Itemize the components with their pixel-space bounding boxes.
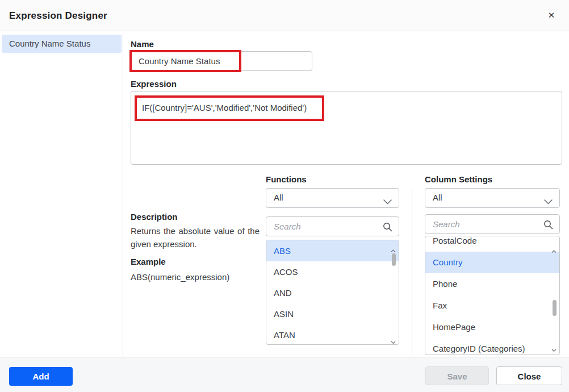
column-list-item[interactable]: Country (425, 252, 559, 273)
column-settings-label: Column Settings (425, 174, 492, 184)
dialog-header: Expression Designer ✕ (0, 0, 569, 31)
search-icon (543, 220, 553, 232)
column-list-item[interactable]: PostalCode (425, 236, 559, 252)
example-heading: Example (131, 257, 166, 266)
columns-filter-dropdown[interactable]: All (425, 188, 560, 208)
description-heading: Description (131, 212, 178, 222)
function-list-item[interactable]: AND (266, 282, 399, 303)
close-icon[interactable]: ✕ (545, 9, 558, 22)
functions-search-input[interactable] (274, 217, 366, 236)
columns-search-input[interactable] (433, 215, 526, 233)
columns-divider (412, 189, 412, 357)
expression-label: Expression (131, 79, 177, 89)
sidebar-divider (123, 32, 123, 357)
scroll-up-icon[interactable] (551, 245, 557, 250)
search-icon (383, 222, 392, 234)
functions-filter-value: All (274, 193, 283, 202)
dialog-footer: Add Save Close (0, 357, 569, 392)
scrollbar-thumb[interactable] (553, 300, 557, 316)
scrollbar-thumb[interactable] (392, 253, 396, 266)
column-list-item[interactable]: CategoryID (Categories) (425, 338, 559, 355)
column-list-item[interactable]: Phone (425, 273, 559, 295)
scroll-down-icon[interactable] (391, 336, 396, 341)
chevron-down-icon (544, 197, 553, 207)
columns-list: PostalCode Country Phone Fax HomePage Ca… (425, 236, 560, 355)
functions-search-box (266, 216, 399, 236)
functions-list: ABS ACOS AND ASIN ATAN (266, 240, 399, 345)
function-list-item[interactable]: ASIN (266, 303, 399, 324)
chevron-down-icon (383, 197, 392, 207)
columns-list-scrollbar[interactable] (551, 237, 558, 353)
description-text: Returns the absolute value of the given … (131, 224, 260, 251)
sidebar-item-expression[interactable]: Country Name Status (2, 35, 122, 53)
functions-list-scrollbar[interactable] (390, 241, 398, 343)
function-list-item[interactable]: ACOS (266, 261, 399, 282)
highlight-box-expression: IF([Country]='AUS','Modified','Not Modif… (135, 95, 324, 121)
close-button[interactable]: Close (496, 366, 562, 385)
column-list-item[interactable]: HomePage (425, 316, 559, 338)
dialog-title: Expression Designer (9, 10, 107, 22)
functions-filter-dropdown[interactable]: All (266, 188, 399, 208)
name-label: Name (131, 39, 154, 49)
save-button[interactable]: Save (425, 366, 489, 385)
columns-filter-value: All (433, 193, 442, 202)
functions-label: Functions (266, 174, 307, 184)
example-text: ABS(numeric_expression) (131, 272, 229, 282)
expression-value: IF([Country]='AUS','Modified','Not Modif… (137, 98, 322, 112)
expression-textarea[interactable]: IF([Country]='AUS','Modified','Not Modif… (131, 91, 562, 165)
scroll-down-icon[interactable] (551, 344, 557, 349)
column-list-item[interactable]: Fax (425, 295, 559, 316)
name-input[interactable] (131, 51, 312, 71)
expression-designer-dialog: Expression Designer ✕ Country Name Statu… (0, 0, 569, 392)
function-list-item[interactable]: ATAN (266, 324, 399, 345)
columns-search-box (425, 214, 560, 234)
function-list-item[interactable]: ABS (266, 240, 399, 261)
add-button[interactable]: Add (9, 367, 73, 386)
scroll-up-icon[interactable] (391, 245, 396, 249)
